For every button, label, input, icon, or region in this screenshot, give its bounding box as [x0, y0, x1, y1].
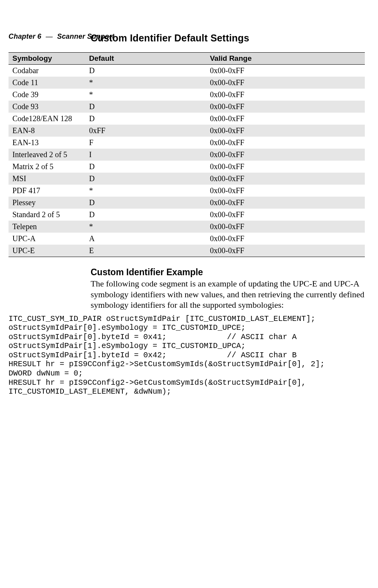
cell-sym: Codabar: [9, 65, 85, 77]
cell-sym: PDF 417: [9, 185, 85, 197]
cell-range: 0x00-0xFF: [206, 161, 365, 173]
cell-def: D: [85, 173, 206, 185]
page: Chapter 6 — Scanner Support Custom Ident…: [0, 33, 378, 588]
cell-def: *: [85, 185, 206, 197]
heading-default-settings: Custom Identifier Default Settings: [91, 33, 365, 44]
cell-range: 0x00-0xFF: [206, 221, 365, 233]
table-row: UPC-AA0x00-0xFF: [9, 233, 365, 245]
cell-range: 0x00-0xFF: [206, 233, 365, 245]
table-row: Telepen*0x00-0xFF: [9, 221, 365, 233]
cell-def: D: [85, 209, 206, 221]
table-row: Standard 2 of 5D0x00-0xFF: [9, 209, 365, 221]
cell-range: 0x00-0xFF: [206, 209, 365, 221]
chapter-label: Chapter 6: [9, 33, 41, 40]
cell-def: D: [85, 197, 206, 209]
table-row: UPC-EE0x00-0xFF: [9, 245, 365, 257]
cell-range: 0x00-0xFF: [206, 149, 365, 161]
running-header: Chapter 6 — Scanner Support: [9, 33, 114, 41]
cell-sym: UPC-A: [9, 233, 85, 245]
cell-sym: MSI: [9, 173, 85, 185]
cell-range: 0x00-0xFF: [206, 197, 365, 209]
cell-sym: Plessey: [9, 197, 85, 209]
col-valid-range: Valid Range: [206, 53, 365, 65]
cell-def: E: [85, 245, 206, 257]
example-paragraph: The following code segment is an example…: [91, 278, 365, 310]
table-row: Code 39*0x00-0xFF: [9, 89, 365, 101]
header-dash: —: [43, 33, 55, 40]
table-row: EAN-13F0x00-0xFF: [9, 137, 365, 149]
table-row: EAN-80xFF0x00-0xFF: [9, 125, 365, 137]
cell-def: D: [85, 65, 206, 77]
cell-sym: Standard 2 of 5: [9, 209, 85, 221]
cell-sym: EAN-8: [9, 125, 85, 137]
cell-def: F: [85, 137, 206, 149]
table-header-row: Symbology Default Valid Range: [9, 53, 365, 65]
table-row: PDF 417*0x00-0xFF: [9, 185, 365, 197]
cell-range: 0x00-0xFF: [206, 89, 365, 101]
table-row: Code 11*0x00-0xFF: [9, 77, 365, 89]
cell-range: 0x00-0xFF: [206, 65, 365, 77]
col-default: Default: [85, 53, 206, 65]
table-row: Code128/EAN 128D0x00-0xFF: [9, 113, 365, 125]
cell-sym: EAN-13: [9, 137, 85, 149]
cell-def: D: [85, 113, 206, 125]
cell-def: D: [85, 101, 206, 113]
cell-range: 0x00-0xFF: [206, 137, 365, 149]
cell-range: 0x00-0xFF: [206, 125, 365, 137]
table-row: Interleaved 2 of 5I0x00-0xFF: [9, 149, 365, 161]
cell-def: *: [85, 89, 206, 101]
col-symbology: Symbology: [9, 53, 85, 65]
table-row: Code 93D0x00-0xFF: [9, 101, 365, 113]
cell-sym: Telepen: [9, 221, 85, 233]
table-row: CodabarD0x00-0xFF: [9, 65, 365, 77]
table-row: MSID0x00-0xFF: [9, 173, 365, 185]
cell-sym: UPC-E: [9, 245, 85, 257]
cell-range: 0x00-0xFF: [206, 77, 365, 89]
table-row: Matrix 2 of 5D0x00-0xFF: [9, 161, 365, 173]
heading-example: Custom Identifier Example: [91, 267, 365, 278]
cell-sym: Code 39: [9, 89, 85, 101]
code-block: ITC_CUST_SYM_ID_PAIR oStructSymIdPair [I…: [9, 314, 365, 396]
cell-sym: Code128/EAN 128: [9, 113, 85, 125]
cell-def: *: [85, 77, 206, 89]
cell-def: *: [85, 221, 206, 233]
cell-def: D: [85, 161, 206, 173]
cell-range: 0x00-0xFF: [206, 113, 365, 125]
cell-range: 0x00-0xFF: [206, 101, 365, 113]
cell-sym: Interleaved 2 of 5: [9, 149, 85, 161]
cell-def: 0xFF: [85, 125, 206, 137]
cell-sym: Matrix 2 of 5: [9, 161, 85, 173]
cell-sym: Code 93: [9, 101, 85, 113]
cell-def: I: [85, 149, 206, 161]
cell-sym: Code 11: [9, 77, 85, 89]
cell-def: A: [85, 233, 206, 245]
cell-range: 0x00-0xFF: [206, 245, 365, 257]
symbology-table: Symbology Default Valid Range CodabarD0x…: [9, 52, 365, 257]
cell-range: 0x00-0xFF: [206, 173, 365, 185]
table-row: PlesseyD0x00-0xFF: [9, 197, 365, 209]
section-label: Scanner Support: [57, 33, 114, 40]
cell-range: 0x00-0xFF: [206, 185, 365, 197]
